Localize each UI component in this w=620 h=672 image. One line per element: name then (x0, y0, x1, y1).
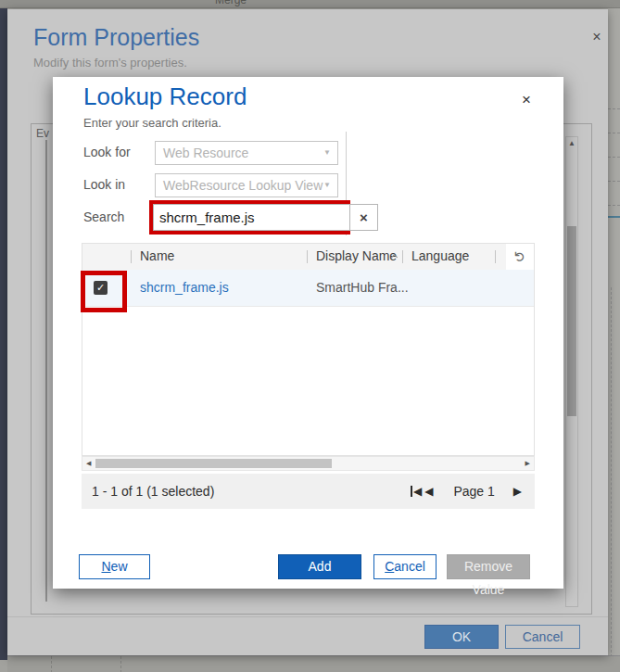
table-row[interactable]: ✓ shcrm_frame.js SmartHub Fra... (82, 270, 534, 307)
divider (45, 140, 47, 602)
close-icon[interactable]: × (588, 28, 606, 46)
annotation-highlight-search: × (149, 200, 350, 235)
row-display-name: SmartHub Fra... (316, 280, 409, 295)
scroll-up-icon[interactable]: ▲ (566, 139, 577, 147)
form-properties-subtitle: Modify this form's properties. (33, 56, 187, 70)
scrollbar-thumb[interactable] (95, 459, 332, 468)
pagination: ◀ ◀ Page 1 ▶ (411, 484, 522, 499)
cancel-button-label: Cancel (374, 555, 436, 578)
lookup-record-subtitle: Enter your search criteria. (83, 116, 221, 130)
row-name-link[interactable]: shcrm_frame.js (140, 280, 229, 295)
annotation-highlight-checkbox (81, 271, 127, 312)
divider (608, 157, 620, 158)
column-header-display-name[interactable]: Display Name (316, 248, 397, 263)
grid-header-row: Name Display Name Language ↺ (82, 244, 534, 270)
status-bar: 1 - 1 of 1 (1 selected) ◀ ◀ Page 1 ▶ (82, 474, 535, 509)
results-grid: Name Display Name Language ↺ ✓ shcrm_fra… (82, 243, 535, 456)
divider (608, 181, 620, 182)
cancel-button[interactable]: Cancel (505, 625, 580, 649)
divider (611, 287, 612, 657)
ribbon-strip: Merge (0, 0, 620, 8)
divider (120, 656, 121, 672)
window-border (0, 8, 7, 660)
divider (307, 250, 308, 263)
look-in-value: WebResource Lookup View (163, 178, 323, 193)
new-button[interactable]: New (79, 554, 150, 579)
divider (608, 133, 620, 133)
divider (7, 616, 608, 617)
column-header-language[interactable]: Language (411, 248, 469, 263)
screen: Merge Form Properties Modify this form's… (0, 0, 620, 672)
first-page-button[interactable]: ◀ (411, 485, 422, 498)
chevron-down-icon: ▼ (323, 142, 331, 164)
divider (131, 250, 132, 263)
first-page-icon (411, 486, 412, 497)
next-page-icon[interactable]: ▶ (513, 485, 522, 498)
refresh-button[interactable]: ↺ (506, 244, 534, 270)
previous-page-icon[interactable]: ◀ (424, 485, 433, 498)
divider (51, 656, 52, 672)
new-button-label: New (80, 555, 149, 578)
look-in-label: Look in (83, 177, 125, 192)
background-form-editor-bottom (7, 655, 620, 672)
background-form-editor (608, 8, 620, 655)
divider (495, 250, 496, 263)
horizontal-scrollbar[interactable]: ◀ ▶ (82, 456, 535, 471)
divider (402, 250, 403, 263)
ok-button[interactable]: OK (424, 625, 499, 649)
vertical-scrollbar[interactable]: ▲ (565, 136, 578, 607)
first-page-icon: ◀ (413, 485, 422, 498)
clear-search-icon[interactable]: × (349, 205, 377, 230)
search-label: Search (83, 209, 124, 224)
cancel-button[interactable]: Cancel (373, 554, 437, 579)
close-icon[interactable]: × (516, 90, 537, 110)
column-header-name[interactable]: Name (140, 248, 174, 263)
scroll-right-icon[interactable]: ▶ (525, 457, 530, 470)
lookup-record-title: Lookup Record (83, 82, 247, 111)
look-for-dropdown[interactable]: Web Resource ▼ (155, 141, 338, 165)
divider (608, 108, 620, 109)
add-button[interactable]: Add (278, 554, 361, 579)
search-field: × (153, 204, 378, 231)
look-for-label: Look for (83, 145, 131, 159)
refresh-icon: ↺ (507, 251, 533, 263)
divider (608, 205, 620, 206)
event-panel-label: Ev (36, 127, 55, 140)
lookup-record-dialog: × Lookup Record Enter your search criter… (53, 77, 563, 589)
search-input[interactable] (154, 205, 349, 230)
look-for-value: Web Resource (163, 146, 248, 160)
ribbon-merge-label: Merge (215, 0, 247, 6)
scroll-left-icon[interactable]: ◀ (86, 457, 91, 470)
remove-value-button[interactable]: Remove Value (447, 554, 530, 579)
divider (608, 216, 620, 218)
form-properties-title: Form Properties (33, 24, 199, 51)
record-count-text: 1 - 1 of 1 (1 selected) (92, 484, 411, 499)
look-in-dropdown[interactable]: WebResource Lookup View ▼ (155, 173, 338, 197)
scrollbar-thumb[interactable] (567, 226, 576, 416)
page-number-label: Page 1 (453, 484, 494, 499)
chevron-down-icon: ▼ (323, 174, 331, 197)
